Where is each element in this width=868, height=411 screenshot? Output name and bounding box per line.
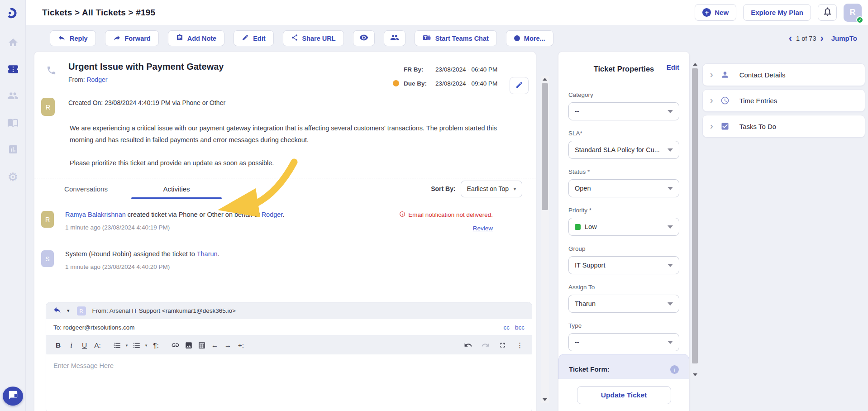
- sidebar-item-reports[interactable]: [0, 137, 26, 163]
- ticket-header: Urgent Issue with Payment Gateway From: …: [34, 52, 536, 94]
- user-avatar[interactable]: R ✓: [844, 4, 862, 22]
- detail-tabs: Conversations Activities Sort By: Earlie…: [34, 178, 536, 199]
- undo-button[interactable]: [462, 341, 475, 349]
- font-style-button[interactable]: A:: [91, 341, 104, 349]
- activity-actor-link[interactable]: Ramya Balakrishnan: [65, 211, 126, 218]
- presence-available-icon: ✓: [856, 16, 863, 24]
- category-select[interactable]: --: [568, 102, 679, 120]
- section-tasks-to-do[interactable]: › Tasks To Do: [702, 115, 865, 138]
- activity-target-link[interactable]: Tharun: [197, 250, 218, 258]
- jump-to-button[interactable]: JumpTo: [831, 34, 857, 42]
- field-label: Status *: [568, 168, 679, 175]
- sort-by-dropdown[interactable]: Earliest on Top ▾: [461, 181, 522, 197]
- brand-logo-icon[interactable]: [0, 6, 26, 22]
- assign-to-select[interactable]: Tharun: [568, 295, 679, 313]
- more-button[interactable]: More...: [506, 30, 553, 46]
- start-teams-chat-button[interactable]: Start Teams Chat: [415, 30, 497, 46]
- sidebar-item-tickets[interactable]: [0, 57, 26, 83]
- chevron-down-icon: [668, 341, 673, 344]
- priority-select[interactable]: Low: [568, 218, 679, 236]
- sidebar-item-contacts[interactable]: [0, 83, 26, 110]
- tab-conversations[interactable]: Conversations: [50, 178, 122, 199]
- activity-action-text: created ticket via Phone or Other on beh…: [126, 211, 262, 218]
- next-ticket-icon[interactable]: ›: [820, 33, 823, 43]
- italic-button[interactable]: i: [65, 341, 78, 350]
- scroll-up-icon[interactable]: [691, 61, 699, 67]
- sidebar-item-home[interactable]: [0, 30, 26, 57]
- status-select[interactable]: Open: [568, 179, 679, 197]
- indent-button[interactable]: →: [221, 341, 234, 349]
- insert-link-button[interactable]: [169, 341, 182, 349]
- insert-table-button[interactable]: [195, 341, 208, 349]
- composer-format-toolbar: B i U A: ▾ ▾ ¶: ← → +:: [46, 336, 532, 354]
- group-select[interactable]: IT Support: [568, 256, 679, 274]
- type-select[interactable]: --: [568, 333, 679, 351]
- activity-target-link[interactable]: Rodger: [262, 211, 283, 218]
- reply-arrow-icon[interactable]: [53, 306, 62, 316]
- new-button[interactable]: + New: [695, 4, 736, 21]
- right-accordion: › Contact Details › Time Entries › Tasks…: [702, 63, 865, 141]
- field-label: Assign To: [568, 284, 679, 291]
- update-ticket-button[interactable]: Update Ticket: [577, 386, 671, 404]
- edit-due-date-button[interactable]: [510, 77, 529, 94]
- section-label: Tasks To Do: [739, 123, 776, 130]
- field-priority: Priority * Low: [568, 207, 679, 236]
- insert-more-button[interactable]: +:: [234, 341, 248, 349]
- watch-button[interactable]: [353, 30, 375, 46]
- section-contact-details[interactable]: › Contact Details: [702, 63, 865, 86]
- requester-avatar-initial: R: [46, 103, 51, 111]
- ordered-list-caret-icon[interactable]: ▾: [124, 343, 130, 348]
- sla-select[interactable]: Standard SLA Policy for Cu...: [568, 141, 679, 159]
- field-value: --: [575, 339, 579, 346]
- cc-toggle[interactable]: cc: [503, 324, 510, 331]
- reply-type-caret-icon[interactable]: ▾: [67, 308, 70, 314]
- underline-button[interactable]: U: [78, 341, 91, 349]
- reply-composer: ▾ R From: Arsenal IT Support <ramkumar1@…: [46, 302, 532, 411]
- section-time-entries[interactable]: › Time Entries: [702, 89, 865, 112]
- sidebar-nav: ⚙: [0, 30, 26, 190]
- bullet-list-caret-icon[interactable]: ▾: [143, 343, 149, 348]
- properties-scrollbar[interactable]: [691, 61, 699, 378]
- ordered-list-button[interactable]: [110, 341, 124, 349]
- scroll-down-icon[interactable]: [541, 397, 549, 403]
- explore-my-plan-button[interactable]: Explore My Plan: [743, 4, 811, 21]
- bullet-list-button[interactable]: [130, 341, 143, 349]
- scroll-down-icon[interactable]: [691, 372, 699, 378]
- add-note-button[interactable]: Add Note: [168, 30, 224, 46]
- sidebar-item-settings[interactable]: ⚙: [0, 163, 26, 190]
- insert-image-button[interactable]: [182, 341, 195, 349]
- requester-link[interactable]: Rodger: [86, 76, 107, 83]
- user-avatar-initial: R: [850, 8, 856, 17]
- support-chat-button[interactable]: [3, 387, 23, 406]
- share-url-button[interactable]: Share URL: [283, 30, 344, 46]
- review-link[interactable]: Review: [362, 225, 493, 232]
- kebab-menu-icon[interactable]: ⋮: [513, 341, 526, 349]
- activity-alert-block: Email notification not delivered. Review: [362, 211, 493, 232]
- breadcrumb: Tickets > All Tickets > #195: [42, 8, 155, 18]
- notifications-button[interactable]: [818, 4, 837, 21]
- properties-edit-link[interactable]: Edit: [667, 63, 679, 71]
- composer-to-row[interactable]: To: rodgeer@rtxsolutions.com cc bcc: [46, 319, 532, 336]
- paragraph-format-button[interactable]: ¶:: [149, 341, 162, 349]
- forward-button[interactable]: Forward: [105, 30, 159, 46]
- reply-icon: [58, 34, 66, 43]
- composer-avatar-chip: R: [77, 306, 86, 315]
- bold-button[interactable]: B: [52, 341, 65, 349]
- more-icon: [514, 35, 520, 41]
- bcc-toggle[interactable]: bcc: [515, 324, 525, 331]
- redo-button[interactable]: [479, 341, 492, 349]
- fullscreen-button[interactable]: [496, 341, 509, 349]
- outdent-button[interactable]: ←: [208, 341, 221, 349]
- main-scrollbar[interactable]: [541, 76, 549, 403]
- sidebar-item-knowledge-base[interactable]: [0, 110, 26, 137]
- tab-activities[interactable]: Activities: [131, 178, 222, 199]
- scroll-up-icon[interactable]: [541, 76, 549, 82]
- reply-button[interactable]: Reply: [50, 30, 96, 46]
- previous-ticket-icon[interactable]: ‹: [789, 33, 792, 43]
- scrollbar-thumb[interactable]: [542, 83, 548, 210]
- collaborators-button[interactable]: [384, 30, 405, 46]
- scrollbar-thumb[interactable]: [692, 68, 698, 363]
- ticket-form-section[interactable]: Ticket Form: i: [558, 354, 689, 379]
- message-input[interactable]: Enter Message Here: [46, 354, 532, 411]
- edit-button[interactable]: Edit: [234, 30, 273, 46]
